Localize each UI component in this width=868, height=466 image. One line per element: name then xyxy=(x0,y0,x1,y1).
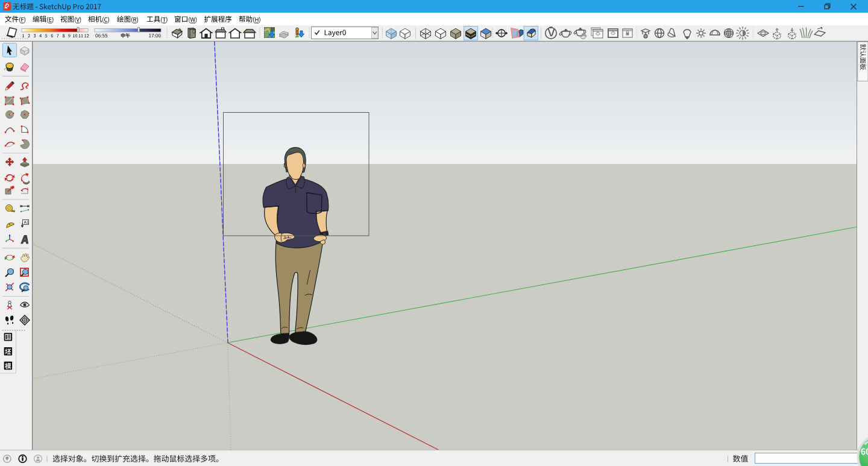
svg-text:A1: A1 xyxy=(24,220,29,224)
